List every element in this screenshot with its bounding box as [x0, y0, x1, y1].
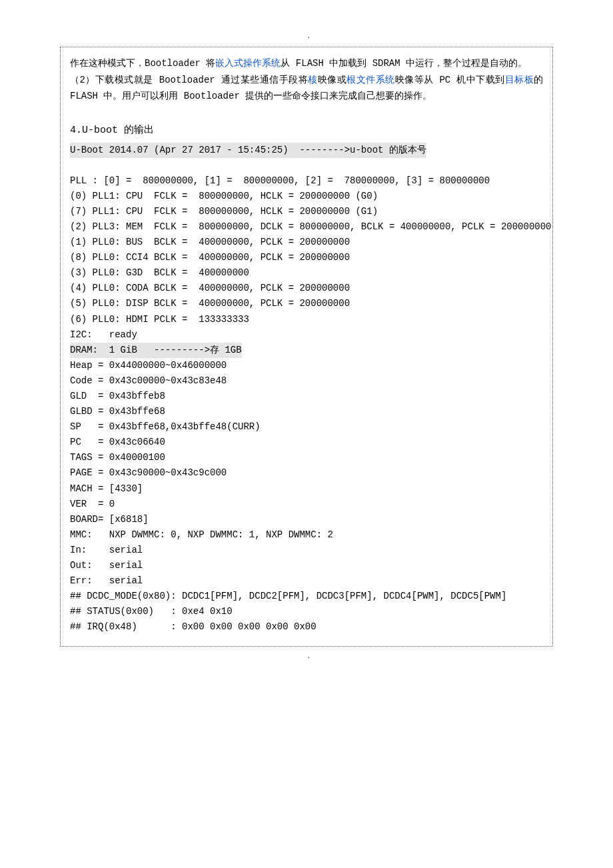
console-line-version: U-Boot 2014.07 (Apr 27 2017 - 15:45:25) …	[70, 143, 426, 158]
console-line: Heap = 0x44000000~0x46000000	[70, 360, 227, 371]
console-line: BOARD= [x6818]	[70, 514, 149, 525]
console-line-dram: DRAM: 1 GiB --------->存 1GB	[70, 343, 242, 358]
console-line: PAGE = 0x43c90000~0x43c9c000	[70, 467, 227, 478]
console-line: (3) PLL0: G3D BCLK = 400000000	[70, 267, 249, 278]
console-line: ## IRQ(0x48) : 0x00 0x00 0x00 0x00 0x00	[70, 621, 316, 632]
console-line: MACH = [4330]	[70, 483, 143, 494]
console-line: GLBD = 0x43bffe68	[70, 406, 165, 417]
console-line: ## DCDC_MODE(0x80): DCDC1[PFM], DCDC2[PF…	[70, 591, 506, 601]
document-page: . 作在这种模式下，Bootloader 将嵌入式操作系统从 FLASH 中加载…	[0, 0, 613, 687]
text-run: 从 FLASH 中加载到 SDRAM 中运行，整个过程是自动的。	[281, 58, 527, 69]
intro-paragraph-2: （2）下载模式就是 Bootloader 通过某些通信手段将核映像或根文件系统映…	[70, 72, 543, 105]
console-line: (2) PLL3: MEM FCLK = 800000000, DCLK = 8…	[70, 221, 552, 232]
content-frame: 作在这种模式下，Bootloader 将嵌入式操作系统从 FLASH 中加载到 …	[60, 47, 553, 647]
link-embedded-os[interactable]: 嵌入式操作系统	[215, 58, 281, 69]
console-line: (6) PLL0: HDMI PCLK = 133333333	[70, 314, 249, 325]
console-line: (4) PLL0: CODA BCLK = 400000000, PCLK = …	[70, 283, 350, 293]
console-line: GLD = 0x43bffeb8	[70, 391, 165, 401]
console-line: VER = 0	[70, 499, 115, 509]
footer-dot: .	[306, 652, 311, 660]
console-line: In: serial	[70, 545, 143, 555]
intro-paragraph-1: 作在这种模式下，Bootloader 将嵌入式操作系统从 FLASH 中加载到 …	[70, 55, 543, 72]
uboot-console-output: U-Boot 2014.07 (Apr 27 2017 - 15:45:25) …	[70, 143, 543, 635]
console-line: PLL : [0] = 800000000, [1] = 800000000, …	[70, 175, 490, 186]
console-line: Out: serial	[70, 560, 143, 571]
console-line: SP = 0x43bffe68,0x43bffe48(CURR)	[70, 421, 261, 432]
console-line: PC = 0x43c06640	[70, 437, 165, 447]
text-run: 映像或	[318, 75, 346, 85]
header-dot: .	[306, 32, 311, 40]
text-run: （2）下载模式就是 Bootloader 通过某些通信手段将	[70, 75, 308, 85]
console-line: Err: serial	[70, 575, 143, 586]
console-line: TAGS = 0x40000100	[70, 452, 165, 463]
link-target-board[interactable]: 目标板	[505, 75, 534, 85]
link-kernel[interactable]: 核	[308, 75, 318, 85]
console-line: (8) PLL0: CCI4 BCLK = 400000000, PCLK = …	[70, 252, 350, 263]
console-line: (1) PLL0: BUS BCLK = 400000000, PCLK = 2…	[70, 237, 350, 247]
link-rootfs[interactable]: 根文件系统	[346, 75, 394, 85]
console-line: (7) PLL1: CPU FCLK = 800000000, HCLK = 2…	[70, 206, 378, 217]
text-run: 作在这种模式下，Bootloader 将	[70, 58, 215, 69]
console-line: ## STATUS(0x00) : 0xe4 0x10	[70, 606, 233, 617]
console-line: MMC: NXP DWMMC: 0, NXP DWMMC: 1, NXP DWM…	[70, 529, 333, 540]
console-line: (5) PLL0: DISP BCLK = 400000000, PCLK = …	[70, 298, 350, 309]
console-line: (0) PLL1: CPU FCLK = 800000000, HCLK = 2…	[70, 191, 378, 201]
text-run: 映像等从 PC 机中下载到	[395, 75, 505, 85]
console-line: Code = 0x43c00000~0x43c83e48	[70, 375, 227, 386]
console-line: I2C: ready	[70, 329, 137, 340]
section-heading: 4.U-boot 的输出	[70, 123, 543, 136]
